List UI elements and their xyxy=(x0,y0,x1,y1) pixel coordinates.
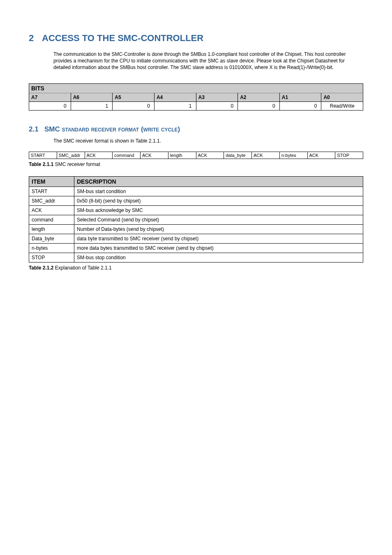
bits-value-a3: 0 xyxy=(196,101,238,110)
caption-211-suffix: format xyxy=(85,161,100,167)
bits-value-a4: 1 xyxy=(154,101,196,110)
caption-211-prefix: SMC xyxy=(53,161,67,167)
bits-header-a3: A3 xyxy=(196,93,238,101)
caption-212-label: Table 2.1.2 xyxy=(29,265,53,271)
section-body: The communication to the SMC-Controller … xyxy=(53,51,363,71)
bits-table-title: BITS xyxy=(29,83,363,93)
seq-cell: START xyxy=(29,152,57,159)
bits-value-a1: 0 xyxy=(279,101,321,110)
bits-header-a4: A4 xyxy=(154,93,196,101)
bits-value-a7: 0 xyxy=(29,101,71,110)
bits-value-a0: Read/Write xyxy=(321,101,363,110)
desc-desc: Number of Data-bytes (send by chipset) xyxy=(74,224,363,234)
bits-header-a6: A6 xyxy=(71,93,113,101)
section-title: 2ACCESS TO THE SMC-CONTROLLER xyxy=(29,33,363,44)
table-row: command Selected Command (send by chipse… xyxy=(29,215,363,224)
seq-cell: ACK xyxy=(252,152,280,159)
caption-212: Table 2.1.2 Explanation of Table 2.1.1 xyxy=(29,265,363,271)
bits-header-a2: A2 xyxy=(238,93,280,101)
subsection-title: 2.1SMC standard receiver format (write c… xyxy=(29,125,363,134)
desc-desc: Selected Command (send by chipset) xyxy=(74,215,363,224)
bits-header-a7: A7 xyxy=(29,93,71,101)
caption-212-rest: Explanation of Table 2.1.1 xyxy=(53,265,111,271)
desc-table: ITEM DESCRIPTION START SM-bus start cond… xyxy=(29,176,363,263)
seq-cell: SMC_addr xyxy=(57,152,85,159)
section-number: 2 xyxy=(29,33,42,44)
seq-cell: STOP xyxy=(335,152,363,159)
desc-item: Data_byte xyxy=(29,234,74,243)
desc-item: command xyxy=(29,215,74,224)
desc-header-desc: DESCRIPTION xyxy=(74,176,363,187)
seq-cell: command xyxy=(113,152,141,159)
desc-header-item: ITEM xyxy=(29,176,74,187)
seq-cell: n-bytes xyxy=(279,152,307,159)
subsection-body: The SMC receiver format is shown in Tabl… xyxy=(53,138,363,144)
desc-item: n-bytes xyxy=(29,243,74,253)
bits-header-a5: A5 xyxy=(113,93,154,101)
table-row: START SM-bus start condition xyxy=(29,187,363,196)
desc-desc: 0x50 (8-bit) (send by chipset) xyxy=(74,196,363,205)
table-row: Data_byte data byte transmitted to SMC r… xyxy=(29,234,363,243)
table-row: length Number of Data-bytes (send by chi… xyxy=(29,224,363,234)
bits-table: BITS A7 A6 A5 A4 A3 A2 A1 A0 0 1 0 1 0 0… xyxy=(29,83,363,111)
seq-cell: data_byte xyxy=(224,152,252,159)
bits-header-a0: A0 xyxy=(321,93,363,101)
seq-cell: ACK xyxy=(196,152,224,159)
caption-211-italic: receiver xyxy=(67,161,85,167)
seq-cell: ACK xyxy=(141,152,168,159)
table-row: STOP SM-bus stop condition xyxy=(29,253,363,262)
desc-table-header-row: ITEM DESCRIPTION xyxy=(29,176,363,187)
subsection-title-lead: SMC xyxy=(44,125,62,133)
section-title-text: ACCESS TO THE SMC-CONTROLLER xyxy=(42,33,203,43)
desc-item: STOP xyxy=(29,253,74,262)
bits-value-a5: 0 xyxy=(113,101,154,110)
bits-table-header-row: A7 A6 A5 A4 A3 A2 A1 A0 xyxy=(29,93,363,101)
desc-item: length xyxy=(29,224,74,234)
bits-value-a2: 0 xyxy=(238,101,280,110)
seq-cell: ACK xyxy=(85,152,113,159)
desc-desc: more data bytes transmitted to SMC recei… xyxy=(74,243,363,253)
seq-cell: ACK xyxy=(307,152,335,159)
bits-value-a6: 1 xyxy=(71,101,113,110)
caption-211: Table 2.1.1 SMC receiver format xyxy=(29,161,363,167)
desc-desc: data byte transmitted to SMC receiver (s… xyxy=(74,234,363,243)
seq-table: START SMC_addr ACK command ACK length AC… xyxy=(29,152,363,159)
seq-cell: length xyxy=(168,152,196,159)
desc-item: START xyxy=(29,187,74,196)
desc-item: SMC_addr xyxy=(29,196,74,205)
table-row: n-bytes more data bytes transmitted to S… xyxy=(29,243,363,253)
table-row: SMC_addr 0x50 (8-bit) (send by chipset) xyxy=(29,196,363,205)
subsection-title-sc: standard receiver format (write cycle) xyxy=(62,125,180,133)
bits-header-a1: A1 xyxy=(279,93,321,101)
subsection-number: 2.1 xyxy=(29,125,44,134)
desc-desc: SM-bus acknowledge by SMC xyxy=(74,205,363,215)
desc-item: ACK xyxy=(29,205,74,215)
table-row: ACK SM-bus acknowledge by SMC xyxy=(29,205,363,215)
desc-desc: SM-bus start condition xyxy=(74,187,363,196)
caption-211-label: Table 2.1.1 xyxy=(29,161,53,167)
bits-table-data-row: 0 1 0 1 0 0 0 Read/Write xyxy=(29,101,363,110)
desc-desc: SM-bus stop condition xyxy=(74,253,363,262)
page: 2ACCESS TO THE SMC-CONTROLLER The commun… xyxy=(0,0,392,295)
